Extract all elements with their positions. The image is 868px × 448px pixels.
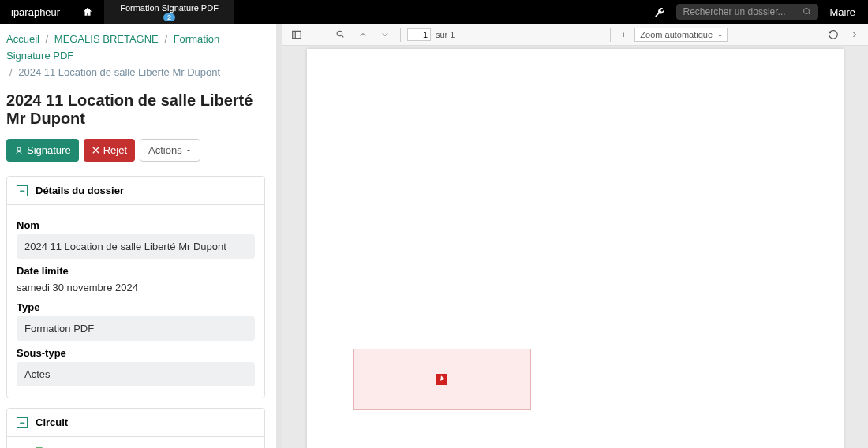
topbar: iparapheur Formation Signature PDF 2 Mai…	[0, 0, 868, 24]
settings-button[interactable]	[649, 6, 670, 17]
type-label: Type	[17, 301, 255, 313]
type-value: Formation PDF	[17, 316, 255, 341]
close-icon	[92, 146, 100, 155]
breadcrumb-current: 2024 11 Location de salle Liberté Mr Dup…	[18, 66, 220, 78]
sidebar-toggle[interactable]	[287, 28, 306, 42]
chevron-down-icon	[380, 30, 390, 39]
zoom-in[interactable]: +	[617, 28, 630, 41]
tab-badge: 2	[163, 13, 175, 21]
brand: iparapheur	[0, 6, 71, 18]
search-box[interactable]	[676, 4, 818, 20]
wrench-icon	[654, 6, 665, 17]
svg-line-1	[809, 13, 811, 16]
zoom-out[interactable]: −	[590, 28, 603, 41]
circuit-header: − Circuit	[7, 409, 264, 437]
panel-icon	[291, 29, 302, 40]
chevron-up-icon	[358, 30, 368, 39]
home-icon	[82, 6, 93, 17]
signature-button[interactable]: Signature	[6, 139, 79, 162]
rotate-button[interactable]	[824, 28, 843, 42]
signature-placeholder[interactable]	[353, 349, 531, 410]
svg-point-0	[804, 9, 810, 14]
circuit-step: Formation Création PDF Par SGM SGM Le 11…	[17, 442, 255, 448]
search-input[interactable]	[683, 6, 803, 17]
subtype-value: Actes	[17, 362, 255, 386]
name-label: Nom	[17, 219, 255, 231]
pane-divider[interactable]	[276, 24, 282, 448]
pdf-toolbar: sur 1 − + Zoom automatique	[282, 24, 868, 46]
search-icon	[335, 29, 346, 39]
search-icon	[803, 7, 812, 17]
svg-line-11	[342, 35, 344, 38]
pdf-canvas[interactable]	[282, 46, 868, 448]
details-panel: − Détails du dossier Nom 2024 11 Locatio…	[6, 176, 265, 398]
chevron-right-icon	[850, 30, 859, 39]
name-value: 2024 11 Location de salle Liberté Mr Dup…	[17, 234, 255, 259]
actions-button[interactable]: Actions	[140, 139, 200, 162]
page-total: sur 1	[436, 30, 455, 39]
reject-button[interactable]: Rejet	[84, 139, 135, 162]
svg-rect-8	[293, 31, 301, 38]
breadcrumb-link-0[interactable]: Accueil	[6, 33, 39, 45]
circuit-panel: − Circuit Formation Création PDF Par SGM…	[6, 408, 265, 448]
caret-down-icon	[185, 147, 192, 154]
breadcrumb: Accueil / MEGALIS BRETAGNE / Formation S…	[6, 32, 265, 80]
collapse-icon[interactable]: −	[17, 185, 28, 196]
subtype-label: Sous-type	[17, 347, 255, 359]
home-button[interactable]	[71, 6, 104, 17]
page-input[interactable]	[407, 28, 431, 41]
svg-point-2	[17, 147, 21, 151]
rotate-icon	[828, 29, 839, 40]
next-page[interactable]	[376, 28, 394, 41]
pointer-icon	[436, 374, 447, 385]
breadcrumb-link-1[interactable]: MEGALIS BRETAGNE	[54, 33, 159, 45]
left-panel: Accueil / MEGALIS BRETAGNE / Formation S…	[0, 24, 276, 448]
prev-page[interactable]	[354, 28, 372, 41]
pdf-page	[307, 49, 844, 448]
tab-formation-signature[interactable]: Formation Signature PDF 2	[104, 0, 234, 24]
deadline-label: Date limite	[17, 265, 255, 277]
details-header: − Détails du dossier	[7, 177, 264, 205]
pdf-preview: sur 1 − + Zoom automatique	[282, 24, 868, 448]
find-button[interactable]	[331, 28, 350, 41]
zoom-select[interactable]: Zoom automatique	[634, 28, 728, 42]
action-buttons: Signature Rejet Actions	[6, 139, 265, 162]
deadline-value: samedi 30 novembre 2024	[17, 280, 255, 295]
more-button[interactable]	[846, 28, 863, 41]
chevron-down-icon	[716, 32, 724, 39]
page-title: 2024 11 Location de salle Liberté Mr Dup…	[6, 91, 265, 128]
signature-icon	[14, 146, 24, 155]
tab-label: Formation Signature PDF	[120, 3, 219, 13]
user-menu[interactable]: Maire	[825, 6, 860, 18]
collapse-icon[interactable]: −	[17, 417, 28, 428]
